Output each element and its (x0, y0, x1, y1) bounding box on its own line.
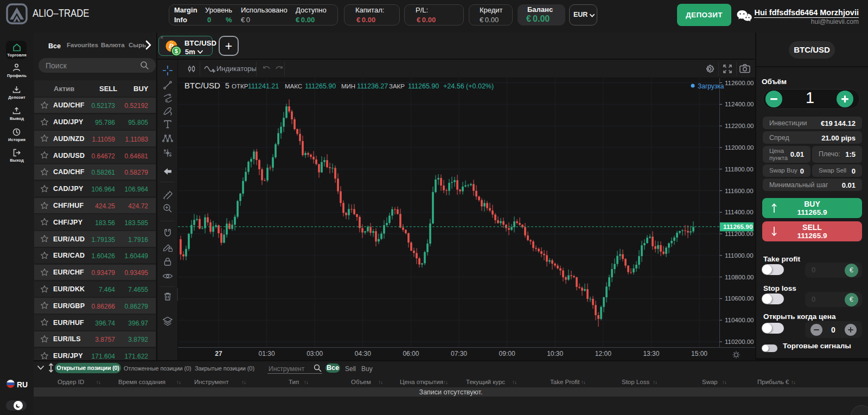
svg-text:+24.56 (+0.02%): +24.56 (+0.02%) (443, 82, 494, 90)
svg-text:111800.00: 111800.00 (725, 166, 754, 173)
svg-text:03:00: 03:00 (307, 350, 323, 357)
svg-text:5: 5 (225, 81, 229, 90)
svg-text:Загрузка: Загрузка (698, 82, 724, 90)
svg-text:06:00: 06:00 (403, 350, 419, 357)
svg-text:111200.00: 111200.00 (725, 231, 754, 237)
svg-text:27: 27 (215, 350, 222, 357)
svg-text:07:30: 07:30 (451, 350, 467, 357)
svg-text:110800.00: 110800.00 (725, 274, 754, 280)
svg-text:$: $ (175, 48, 178, 54)
svg-text:15:00: 15:00 (691, 350, 707, 357)
svg-text:МАКС: МАКС (285, 83, 302, 90)
svg-text:10:30: 10:30 (547, 350, 563, 357)
svg-text:04:30: 04:30 (355, 350, 371, 357)
svg-text:13:30: 13:30 (643, 350, 659, 357)
svg-text:111265.90: 111265.90 (408, 82, 439, 90)
svg-text:112000.00: 112000.00 (725, 144, 754, 151)
svg-text:09:00: 09:00 (499, 350, 515, 357)
svg-text:ЗАКР: ЗАКР (389, 83, 405, 90)
svg-text:111000.00: 111000.00 (725, 252, 754, 259)
svg-text:110600.00: 110600.00 (725, 295, 754, 302)
svg-text:112600.00: 112600.00 (725, 80, 754, 86)
svg-text:111600.00: 111600.00 (725, 188, 754, 194)
svg-text:111241.21: 111241.21 (248, 82, 279, 90)
svg-text:01:30: 01:30 (259, 350, 275, 357)
svg-text:111265.90: 111265.90 (723, 223, 753, 231)
svg-text:110200.00: 110200.00 (725, 339, 754, 345)
svg-text:111236.27: 111236.27 (357, 82, 388, 90)
svg-text:111400.00: 111400.00 (725, 209, 754, 215)
svg-text:12:00: 12:00 (595, 350, 611, 357)
svg-text:МИН: МИН (341, 83, 355, 90)
svg-text:110400.00: 110400.00 (725, 317, 754, 323)
svg-text:111265.90: 111265.90 (305, 82, 336, 90)
svg-text:112400.00: 112400.00 (725, 101, 754, 107)
svg-text:BTC/USD: BTC/USD (184, 81, 220, 90)
svg-text:112200.00: 112200.00 (725, 123, 754, 129)
svg-text:ОТКР: ОТКР (232, 83, 248, 90)
